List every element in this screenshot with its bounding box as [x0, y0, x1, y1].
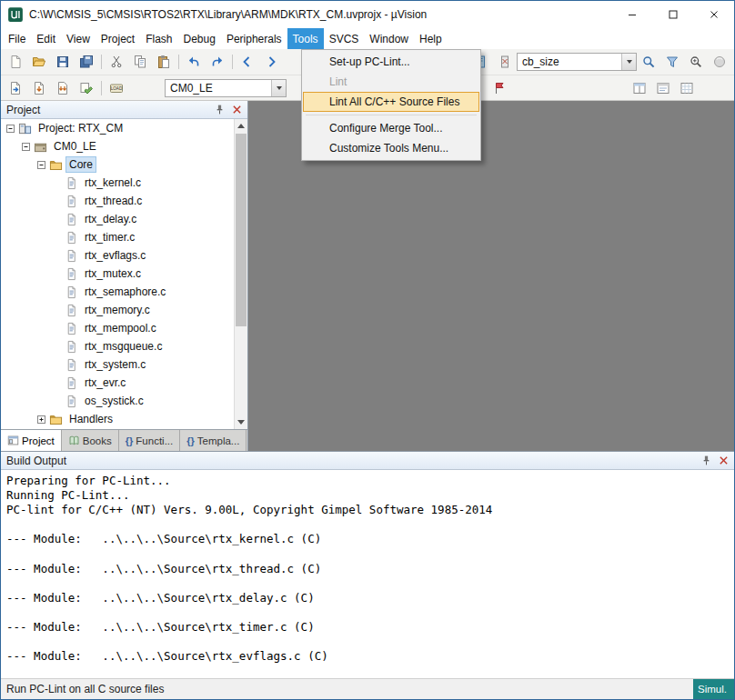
tree-item-cm0-le[interactable]: CM0_LE: [1, 137, 247, 155]
expand-plus-icon[interactable]: [37, 415, 45, 424]
pin-icon[interactable]: [699, 454, 714, 468]
batch-build-button[interactable]: [75, 78, 98, 98]
bookmark-clear-icon: [498, 55, 512, 69]
undo-button[interactable]: [182, 52, 206, 72]
save-icon: [55, 55, 70, 69]
tree-item-rtx-evflags-c[interactable]: rtx_evflags.c: [1, 246, 247, 265]
translate-button[interactable]: [4, 78, 27, 98]
find-combo-dropdown-button[interactable]: [621, 54, 636, 70]
tab-project[interactable]: Project: [1, 430, 62, 451]
menu-help[interactable]: Help: [414, 28, 448, 49]
open-folder-button[interactable]: [27, 52, 51, 72]
tab-templa[interactable]: {}Templa...: [180, 430, 247, 451]
file-icon: [65, 195, 78, 208]
watch-window-button[interactable]: [651, 78, 675, 98]
debug-windows-button[interactable]: [628, 78, 651, 98]
target-select-combo[interactable]: CM0_LE: [165, 79, 287, 97]
find-in-files-button[interactable]: [637, 52, 660, 72]
titlebar: C:\W\CMSIS_5\CMSIS\RTOS2\RTX\Library\ARM…: [1, 1, 734, 28]
minimize-button[interactable]: [611, 1, 652, 28]
svg-text:LOAD: LOAD: [111, 86, 123, 91]
tree-item-rtx-mutex-c[interactable]: rtx_mutex.c: [1, 265, 247, 283]
menu-debug[interactable]: Debug: [178, 28, 221, 49]
save-button[interactable]: [51, 52, 75, 72]
rebuild-button[interactable]: [51, 78, 75, 98]
close-panel-icon[interactable]: [716, 454, 731, 468]
menu-svcs[interactable]: SVCS: [324, 28, 365, 49]
tree-item-rtx-thread-c[interactable]: rtx_thread.c: [1, 192, 247, 210]
tree-item-rtx-evr-c[interactable]: rtx_evr.c: [1, 374, 247, 392]
triangle-down-icon: [237, 420, 245, 425]
flag-icon: [492, 81, 507, 95]
scroll-down-button[interactable]: [235, 415, 247, 429]
menu-view[interactable]: View: [61, 28, 96, 49]
tree-item-rtx-system-c[interactable]: rtx_system.c: [1, 355, 247, 374]
tree-item-rtx-timer-c[interactable]: rtx_timer.c: [1, 228, 247, 246]
project-panel-header: Project: [1, 101, 247, 119]
menu-file[interactable]: File: [3, 28, 31, 49]
toolbar-find-group: [637, 52, 731, 72]
tree-item-rtx-mempool-c[interactable]: rtx_mempool.c: [1, 319, 247, 337]
tree-item-rtx-delay-c[interactable]: rtx_delay.c: [1, 210, 247, 228]
find-combo[interactable]: cb_size: [517, 53, 637, 71]
open-folder-icon: [32, 55, 46, 69]
tools-menu-item-set-up-pc-lint[interactable]: Set-up PC-Lint...: [303, 52, 479, 72]
memory-window-button[interactable]: [675, 78, 699, 98]
close-button[interactable]: [693, 1, 734, 28]
tree-item-rtx-semaphore-c[interactable]: rtx_semaphore.c: [1, 283, 247, 301]
redo-button[interactable]: [206, 52, 229, 72]
build-button[interactable]: [27, 78, 51, 98]
batch-build-icon: [79, 81, 94, 95]
tree-item-label: rtx_thread.c: [82, 194, 145, 208]
flag-button[interactable]: [488, 78, 511, 98]
save-all-button[interactable]: [75, 52, 98, 72]
expand-minus-icon[interactable]: [37, 161, 45, 169]
copy-button[interactable]: [128, 52, 152, 72]
filter-button[interactable]: [660, 52, 684, 72]
tree-item-os-systick-c[interactable]: os_systick.c: [1, 392, 247, 410]
expand-minus-icon[interactable]: [22, 143, 30, 151]
menu-window[interactable]: Window: [364, 28, 414, 49]
target-combo-dropdown-button[interactable]: [271, 80, 286, 96]
tree-item-label: rtx_mempool.c: [82, 321, 159, 335]
tree-item-project-rtx-cm[interactable]: Project: RTX_CM: [1, 119, 247, 137]
nav-forward-button[interactable]: [259, 52, 283, 72]
tree-item-handlers[interactable]: Handlers: [1, 410, 247, 428]
tree-item-rtx-msgqueue-c[interactable]: rtx_msgqueue.c: [1, 337, 247, 355]
expand-minus-icon[interactable]: [6, 125, 15, 133]
close-panel-icon[interactable]: [229, 103, 245, 117]
menu-project[interactable]: Project: [96, 28, 140, 49]
pin-icon[interactable]: [212, 103, 227, 117]
new-file-button[interactable]: [4, 52, 27, 72]
tab-functi[interactable]: {}Functi...: [119, 430, 180, 451]
tools-menu-item-configure-merge-tool[interactable]: Configure Merge Tool...: [303, 118, 479, 138]
menu-edit[interactable]: Edit: [31, 28, 61, 49]
tree-item-core[interactable]: Core: [1, 155, 247, 174]
sphere-button[interactable]: [708, 52, 731, 72]
book-icon: [68, 435, 80, 446]
build-output-line: PC-lint for C/C++ (NT) Vers. 9.00L, Copy…: [6, 503, 729, 517]
scroll-up-button[interactable]: [235, 119, 247, 133]
zoom-in-button[interactable]: [684, 52, 708, 72]
maximize-button[interactable]: [652, 1, 693, 28]
tree-item-rtx-kernel-c[interactable]: rtx_kernel.c: [1, 174, 247, 192]
tree-scrollbar[interactable]: [234, 119, 247, 429]
tools-dropdown-menu: Set-up PC-Lint...LintLint All C/C++ Sour…: [301, 49, 481, 161]
nav-back-button[interactable]: [236, 52, 259, 72]
menu-tools[interactable]: Tools: [287, 28, 324, 49]
paste-button[interactable]: [152, 52, 176, 72]
target-combo-value[interactable]: CM0_LE: [166, 80, 271, 96]
tools-menu-item-customize-tools-menu[interactable]: Customize Tools Menu...: [303, 138, 479, 158]
bookmark-clear-button[interactable]: [493, 52, 517, 72]
menu-flash[interactable]: Flash: [140, 28, 177, 49]
scrollbar-thumb[interactable]: [236, 134, 247, 326]
tab-books[interactable]: Books: [62, 430, 119, 451]
find-combo-value[interactable]: cb_size: [518, 54, 621, 70]
load-button[interactable]: LOAD: [105, 78, 128, 98]
tools-menu-item-lint-all-c-c-source-files[interactable]: Lint All C/C++ Source Files: [303, 92, 479, 112]
file-icon: [65, 358, 78, 372]
tree-item-rtx-memory-c[interactable]: rtx_memory.c: [1, 301, 247, 319]
menu-peripherals[interactable]: Peripherals: [221, 28, 287, 49]
cut-button[interactable]: [105, 52, 128, 72]
file-icon: [65, 231, 78, 245]
